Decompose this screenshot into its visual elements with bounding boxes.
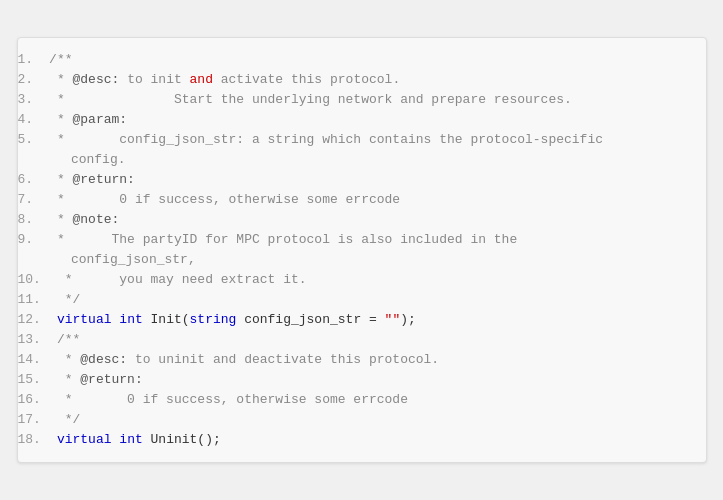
line-content-5b: config.	[48, 150, 694, 170]
line-num-16: 16.	[18, 390, 57, 410]
code-line-11: 11. */	[18, 290, 706, 310]
line-num-13: 13.	[18, 330, 57, 350]
line-content-8: * @note:	[49, 210, 693, 230]
line-num-7: 7.	[18, 190, 50, 210]
code-line-15: 15. * @return:	[18, 370, 706, 390]
line-content-10: * you may need extract it.	[57, 270, 694, 290]
line-content-7: * 0 if success, otherwise some errcode	[49, 190, 693, 210]
code-line-4: 4. * @param:	[18, 110, 706, 130]
line-num-4: 4.	[18, 110, 50, 130]
line-content-9b: config_json_str,	[48, 250, 694, 270]
code-line-13: 13. /**	[18, 330, 706, 350]
line-content-1: /**	[49, 50, 693, 70]
line-content-13: /**	[57, 330, 694, 350]
line-content-18: virtual int Uninit();	[57, 430, 694, 450]
line-content-5: * config_json_str: a string which contai…	[49, 130, 693, 150]
line-content-2: * @desc: to init and activate this proto…	[49, 70, 693, 90]
line-content-3: * Start the underlying network and prepa…	[49, 90, 693, 110]
line-content-16: * 0 if success, otherwise some errcode	[57, 390, 694, 410]
code-line-9b: config_json_str,	[18, 250, 706, 270]
code-line-9: 9. * The partyID for MPC protocol is als…	[18, 230, 706, 250]
line-num-3: 3.	[18, 90, 50, 110]
code-line-17: 17. */	[18, 410, 706, 430]
line-content-11: */	[57, 290, 694, 310]
code-line-18: 18. virtual int Uninit();	[18, 430, 706, 450]
line-num-12: 12.	[18, 310, 57, 330]
line-content-4: * @param:	[49, 110, 693, 130]
code-line-16: 16. * 0 if success, otherwise some errco…	[18, 390, 706, 410]
line-num-9: 9.	[18, 230, 50, 250]
line-num-11: 11.	[18, 290, 57, 310]
line-content-17: */	[57, 410, 694, 430]
code-line-5b: config.	[18, 150, 706, 170]
line-num-14: 14.	[18, 350, 57, 370]
line-content-6: * @return:	[49, 170, 693, 190]
code-line-14: 14. * @desc: to uninit and deactivate th…	[18, 350, 706, 370]
code-line-3: 3. * Start the underlying network and pr…	[18, 90, 706, 110]
line-num-10: 10.	[18, 270, 57, 290]
code-line-1: 1. /**	[18, 50, 706, 70]
line-num-1: 1.	[18, 50, 50, 70]
line-num-6: 6.	[18, 170, 50, 190]
code-line-6: 6. * @return:	[18, 170, 706, 190]
code-line-7: 7. * 0 if success, otherwise some errcod…	[18, 190, 706, 210]
line-num-18: 18.	[18, 430, 57, 450]
line-num-2: 2.	[18, 70, 50, 90]
line-num-8: 8.	[18, 210, 50, 230]
line-content-12: virtual int Init(string config_json_str …	[57, 310, 694, 330]
line-content-14: * @desc: to uninit and deactivate this p…	[57, 350, 694, 370]
code-line-10: 10. * you may need extract it.	[18, 270, 706, 290]
code-line-5: 5. * config_json_str: a string which con…	[18, 130, 706, 150]
code-line-12: 12. virtual int Init(string config_json_…	[18, 310, 706, 330]
code-editor: 1. /** 2. * @desc: to init and activate …	[17, 37, 707, 463]
code-line-2: 2. * @desc: to init and activate this pr…	[18, 70, 706, 90]
line-content-15: * @return:	[57, 370, 694, 390]
line-content-9: * The partyID for MPC protocol is also i…	[49, 230, 693, 250]
line-num-15: 15.	[18, 370, 57, 390]
line-num-17: 17.	[18, 410, 57, 430]
code-line-8: 8. * @note:	[18, 210, 706, 230]
line-num-5: 5.	[18, 130, 50, 150]
